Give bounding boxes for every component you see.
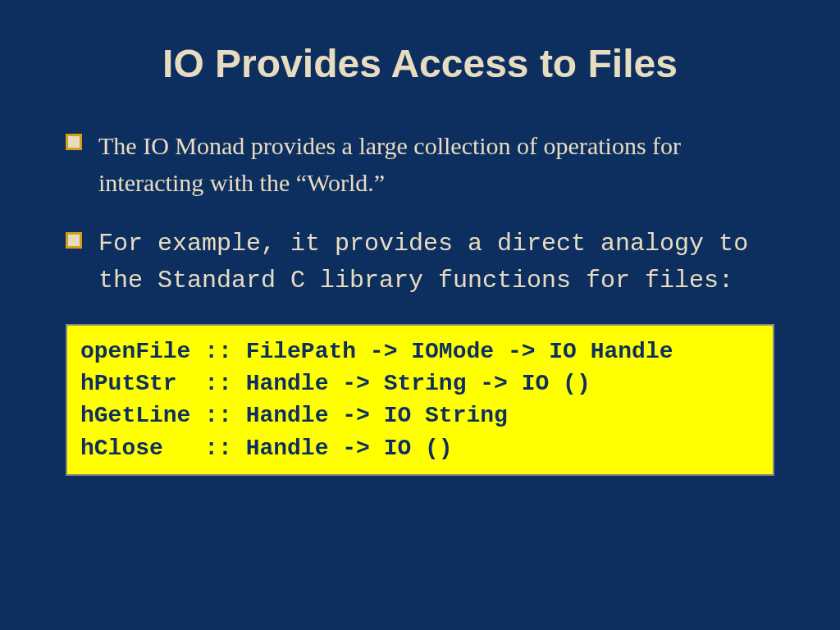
bullet-list: The IO Monad provides a large collection…: [66, 127, 774, 299]
bullet-marker-icon: [66, 134, 82, 150]
slide-container: IO Provides Access to Files The IO Monad…: [0, 0, 840, 630]
code-block: openFile :: FilePath -> IOMode -> IO Han…: [66, 324, 774, 476]
bullet-marker-icon: [66, 232, 82, 249]
bullet-text: The IO Monad provides a large collection…: [98, 127, 774, 201]
bullet-text: For example, it provides a direct analog…: [98, 226, 774, 299]
bullet-item: For example, it provides a direct analog…: [66, 226, 774, 299]
bullet-item: The IO Monad provides a large collection…: [66, 127, 774, 201]
slide-title: IO Provides Access to Files: [66, 41, 774, 86]
